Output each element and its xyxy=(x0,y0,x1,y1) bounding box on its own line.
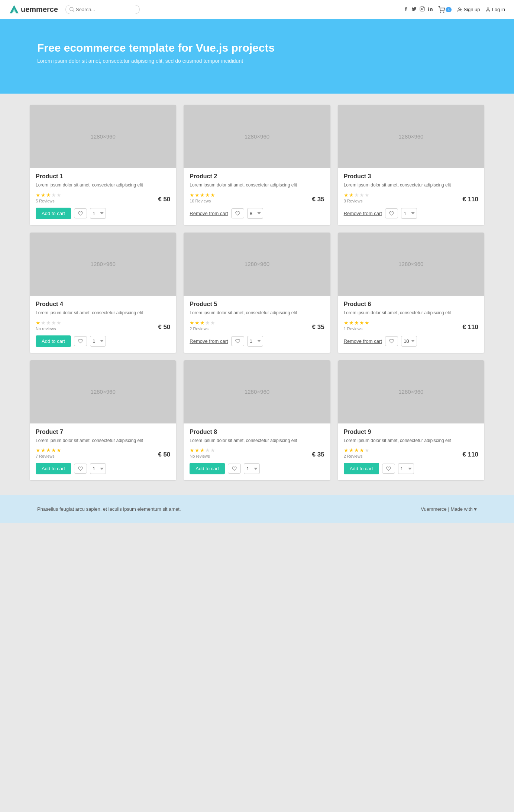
product-body: Product 2 Lorem ipsum dolor sit amet, co… xyxy=(184,168,330,225)
product-desc: Lorem ipsum dolor sit amet, consectetur … xyxy=(36,182,170,188)
quantity-select[interactable]: 12345678910 xyxy=(90,463,106,474)
linkedin-icon[interactable] xyxy=(428,6,433,13)
quantity-select[interactable]: 12345678910 xyxy=(244,463,260,474)
star-3: ★ xyxy=(354,192,359,198)
star-2: ★ xyxy=(349,320,354,326)
quantity-select[interactable]: 12345678910 xyxy=(401,336,417,347)
heart-icon xyxy=(78,339,83,344)
stars: ★★★★★ xyxy=(190,320,215,326)
instagram-icon[interactable] xyxy=(420,6,425,13)
quantity-select[interactable]: 12345678910 xyxy=(247,208,263,219)
svg-point-6 xyxy=(440,12,441,13)
stars-row: ★★★★★ 2 Reviews xyxy=(344,447,369,458)
image-placeholder-label: 1280×960 xyxy=(91,261,116,267)
quantity-select[interactable]: 12345678910 xyxy=(398,463,414,474)
remove-from-cart-button[interactable]: Remove from cart xyxy=(344,335,382,347)
product-meta: ★★★★★ 2 Reviews € 35 xyxy=(190,320,324,331)
login-button[interactable]: Log in xyxy=(485,7,505,12)
add-to-cart-button[interactable]: Add to cart xyxy=(36,208,71,219)
quantity-select[interactable]: 12345678910 xyxy=(401,208,417,219)
wishlist-button[interactable] xyxy=(231,336,244,346)
search-bar[interactable] xyxy=(65,5,140,14)
star-5: ★ xyxy=(365,447,369,453)
wishlist-button[interactable] xyxy=(74,208,87,218)
product-price: € 35 xyxy=(312,196,324,203)
product-price: € 35 xyxy=(312,324,324,331)
brand-name: uemmerce xyxy=(21,5,58,14)
stars: ★★★★★ xyxy=(36,192,61,198)
product-desc: Lorem ipsum dolor sit amet, consectetur … xyxy=(344,182,478,188)
product-image: 1280×960 xyxy=(30,360,176,423)
svg-point-5 xyxy=(429,7,429,7)
star-5: ★ xyxy=(365,320,369,326)
product-actions: Remove from cart 12345678910 xyxy=(344,335,478,347)
wishlist-button[interactable] xyxy=(385,336,398,346)
product-desc: Lorem ipsum dolor sit amet, consectetur … xyxy=(190,310,324,316)
star-5: ★ xyxy=(56,447,61,453)
product-actions: Add to cart 12345678910 xyxy=(36,463,170,474)
product-meta: ★★★★★ 10 Reviews € 35 xyxy=(190,192,324,203)
twitter-icon[interactable] xyxy=(411,6,417,13)
product-desc: Lorem ipsum dolor sit amet, consectetur … xyxy=(190,438,324,444)
wishlist-button[interactable] xyxy=(382,464,395,474)
signup-button[interactable]: Sign up xyxy=(457,7,480,12)
add-to-cart-button[interactable]: Add to cart xyxy=(36,463,71,474)
product-card: 1280×960 Product 2 Lorem ipsum dolor sit… xyxy=(184,105,330,225)
add-to-cart-button[interactable]: Add to cart xyxy=(344,463,379,474)
product-title: Product 2 xyxy=(190,173,324,180)
star-2: ★ xyxy=(195,192,200,198)
cart-button[interactable]: 4 xyxy=(438,6,452,13)
remove-from-cart-button[interactable]: Remove from cart xyxy=(344,208,382,219)
search-input[interactable] xyxy=(76,7,135,12)
svg-point-11 xyxy=(487,7,489,9)
product-desc: Lorem ipsum dolor sit amet, consectetur … xyxy=(36,438,170,444)
product-price: € 110 xyxy=(462,196,478,203)
quantity-select[interactable]: 12345678910 xyxy=(90,336,106,347)
stars-row: ★★★★★ 10 Reviews xyxy=(190,192,215,203)
products-grid: 1280×960 Product 1 Lorem ipsum dolor sit… xyxy=(30,105,484,480)
product-meta: ★★★★★ 3 Reviews € 110 xyxy=(344,192,478,203)
star-2: ★ xyxy=(349,192,354,198)
product-actions: Add to cart 12345678910 xyxy=(36,208,170,219)
remove-from-cart-button[interactable]: Remove from cart xyxy=(190,208,228,219)
product-body: Product 3 Lorem ipsum dolor sit amet, co… xyxy=(338,168,484,225)
remove-from-cart-button[interactable]: Remove from cart xyxy=(190,335,228,347)
image-placeholder-label: 1280×960 xyxy=(398,133,423,140)
star-3: ★ xyxy=(354,447,359,453)
product-image: 1280×960 xyxy=(30,233,176,296)
product-meta: ★★★★★ 5 Reviews € 50 xyxy=(36,192,170,203)
star-4: ★ xyxy=(205,320,210,326)
wishlist-button[interactable] xyxy=(74,336,87,346)
brand-logo[interactable]: uemmerce xyxy=(9,4,58,15)
heart-icon xyxy=(232,466,237,471)
footer: Phasellus feugiat arcu sapien, et iaculi… xyxy=(0,495,514,523)
heart-icon xyxy=(78,466,83,471)
hero-subtitle: Lorem ipsum dolor sit amet, consectetur … xyxy=(37,58,477,64)
wishlist-button[interactable] xyxy=(231,208,244,218)
wishlist-button[interactable] xyxy=(228,464,241,474)
add-to-cart-button[interactable]: Add to cart xyxy=(190,463,225,474)
star-1: ★ xyxy=(344,192,349,198)
stars: ★★★★★ xyxy=(190,447,215,453)
quantity-select[interactable]: 12345678910 xyxy=(90,208,106,219)
star-1: ★ xyxy=(344,447,349,453)
stars: ★★★★★ xyxy=(344,192,369,198)
product-card: 1280×960 Product 4 Lorem ipsum dolor sit… xyxy=(30,233,176,353)
product-body: Product 8 Lorem ipsum dolor sit amet, co… xyxy=(184,423,330,481)
svg-point-3 xyxy=(421,8,423,10)
product-card: 1280×960 Product 9 Lorem ipsum dolor sit… xyxy=(338,360,484,481)
facebook-icon[interactable] xyxy=(403,6,408,13)
wishlist-button[interactable] xyxy=(385,208,398,218)
cart-icon xyxy=(438,6,445,13)
wishlist-button[interactable] xyxy=(74,464,87,474)
svg-point-7 xyxy=(444,12,445,13)
reviews-count: 10 Reviews xyxy=(190,199,215,203)
product-body: Product 6 Lorem ipsum dolor sit amet, co… xyxy=(338,296,484,353)
image-placeholder-label: 1280×960 xyxy=(245,133,269,140)
quantity-select[interactable]: 12345678910 xyxy=(247,336,263,347)
product-body: Product 1 Lorem ipsum dolor sit amet, co… xyxy=(30,168,176,225)
add-to-cart-button[interactable]: Add to cart xyxy=(36,335,71,347)
heart-icon xyxy=(386,466,391,471)
products-section: 1280×960 Product 1 Lorem ipsum dolor sit… xyxy=(0,94,514,495)
product-image: 1280×960 xyxy=(30,105,176,168)
